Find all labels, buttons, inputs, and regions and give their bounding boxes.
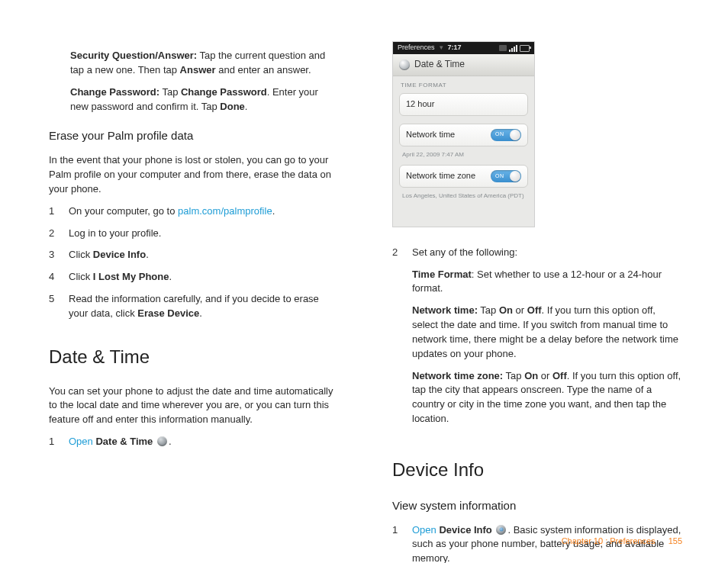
time-format-paragraph: Time Format: Set whether to use a 12-hou… <box>412 268 682 297</box>
network-time-paragraph: Network time: Tap On or Off. If you turn… <box>412 304 682 361</box>
toggle-knob <box>510 171 520 182</box>
erase-steps: 1 On your computer, go to palm.com/palmp… <box>49 204 339 321</box>
heading-date-time: Date & Time <box>49 344 339 371</box>
breadcrumb: Chapter 10 : Preferences <box>562 536 656 545</box>
erase-profile-paragraph: In the event that your phone is lost or … <box>49 153 339 197</box>
battery-icon <box>520 45 530 52</box>
heading-device-info: Device Info <box>392 457 682 484</box>
subtext-date: April 22, 2009 7:47 AM <box>393 148 534 164</box>
signal-icon <box>509 45 517 52</box>
link-open[interactable]: Open <box>412 524 436 536</box>
date-time-app-icon <box>399 60 410 70</box>
toggle-knob <box>510 130 520 140</box>
link-palm-profile[interactable]: palm.com/palmprofile <box>178 205 272 217</box>
dt-step-1: Open Date & Time . <box>69 435 339 449</box>
step-number: 4 <box>49 270 55 285</box>
ev-icon <box>499 45 507 51</box>
phone-screenshot: Preferences ▾ 7:17 Date & Time TIME FORM… <box>392 41 535 227</box>
toggle-network-time[interactable]: ON <box>491 129 521 141</box>
step-number: 1 <box>392 523 398 563</box>
page-number: 155 <box>668 536 682 545</box>
network-timezone-paragraph: Network time zone: Tap On or Off. If you… <box>412 369 682 426</box>
erase-step-5: Read the information carefully, and if y… <box>69 292 339 321</box>
page-footer: Chapter 10 : Preferences 155 <box>562 536 682 548</box>
security-qa-paragraph: Security Question/Answer: Tap the curren… <box>70 49 339 78</box>
change-password-paragraph: Change Password: Tap Change Password. En… <box>70 85 339 114</box>
status-divider: ▾ <box>440 43 443 53</box>
row-12-hour[interactable]: 12 hour <box>399 93 528 116</box>
phone-statusbar: Preferences ▾ 7:17 <box>393 42 534 54</box>
step-number: 2 <box>392 246 398 434</box>
toggle-network-timezone[interactable]: ON <box>491 170 521 182</box>
erase-step-4: Click I Lost My Phone. <box>69 270 339 285</box>
date-time-paragraph: You can set your phone to adjust the dat… <box>49 384 339 428</box>
phone-title-text: Date & Time <box>414 58 465 71</box>
section-time-format: TIME FORMAT <box>393 76 534 92</box>
link-open[interactable]: Open <box>69 436 93 447</box>
device-info-icon <box>496 525 506 535</box>
erase-step-2: Log in to your profile. <box>69 227 339 241</box>
step-number: 1 <box>49 204 55 219</box>
step-number: 5 <box>49 292 55 321</box>
row-network-timezone[interactable]: Network time zone ON <box>399 165 528 188</box>
step-number: 3 <box>49 248 55 262</box>
erase-step-3: Click Device Info. <box>69 248 339 262</box>
subtext-timezone: Los Angeles, United States of America (P… <box>393 189 534 205</box>
erase-step-1: On your computer, go to palm.com/palmpro… <box>69 204 339 219</box>
security-qa-lead: Security Question/Answer: <box>70 50 197 61</box>
heading-view-system-info: View system information <box>392 497 682 514</box>
phone-titlebar: Date & Time <box>393 54 534 76</box>
step-number: 1 <box>49 435 55 449</box>
step-number: 2 <box>49 227 55 241</box>
status-app-label: Preferences <box>398 43 435 53</box>
heading-erase-profile: Erase your Palm profile data <box>49 127 339 144</box>
date-time-icon <box>157 436 167 446</box>
status-time: 7:17 <box>448 43 462 53</box>
set-any-following: Set any of the following: <box>412 246 682 260</box>
row-network-time[interactable]: Network time ON <box>399 124 528 146</box>
